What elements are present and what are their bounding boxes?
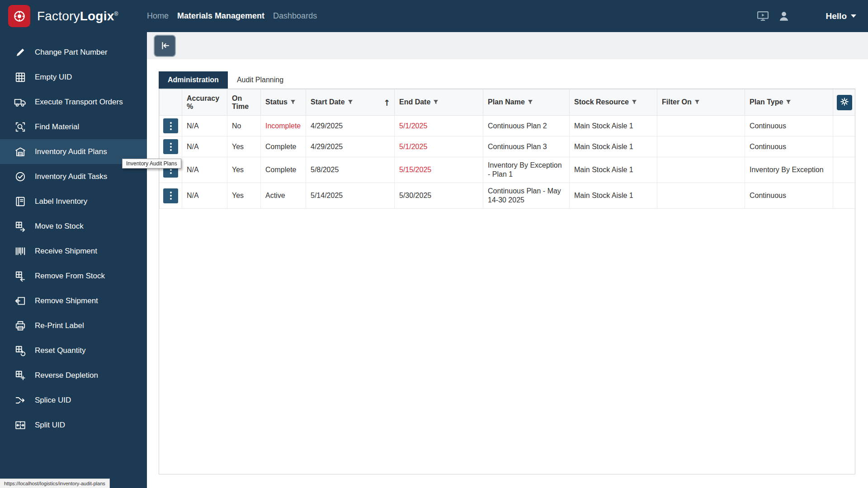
topbar: FactoryLogix® HomeMaterials ManagementDa… (0, 0, 868, 32)
sidebar-item-receive-shipment[interactable]: Receive Shipment (0, 239, 147, 263)
row-menu-button[interactable] (163, 139, 178, 154)
monitor-icon[interactable] (757, 10, 769, 22)
sidebar-item-splice-uid[interactable]: Splice UID (0, 388, 147, 413)
column-header-on-time[interactable]: On Time (227, 89, 261, 116)
column-header-filter-on[interactable]: Filter On (657, 89, 745, 116)
column-label: On Time (232, 94, 249, 110)
app-shell: Change Part NumberEmpty UIDExecute Trans… (0, 32, 868, 488)
sidebar-item-reset-quantity[interactable]: Reset Quantity (0, 338, 147, 363)
edit-clipboard-icon (14, 46, 27, 59)
sidebar-item-label-inventory[interactable]: Label Inventory (0, 189, 147, 214)
end-date-cell: 5/30/2025 (395, 183, 483, 209)
row-actions-cell (160, 116, 182, 136)
topbar-icons (757, 10, 790, 22)
table-panel: Accuracy %On TimeStatusStart Date↑End Da… (159, 89, 855, 474)
tab-administration[interactable]: Administration (159, 71, 228, 89)
content-area: AdministrationAudit Planning Accuracy %O… (147, 59, 868, 488)
collapse-back-button[interactable] (154, 35, 176, 57)
column-settings-button[interactable] (837, 95, 852, 110)
plan-type-cell: Continuous (745, 136, 833, 157)
filter-on-cell (657, 183, 745, 209)
status-cell: Complete (261, 157, 306, 183)
column-header-status[interactable]: Status (261, 89, 306, 116)
sidebar-item-move-to-stock[interactable]: Move to Stock (0, 214, 147, 239)
chevron-down-icon (851, 14, 856, 18)
row-menu-button[interactable] (163, 118, 178, 133)
vertical-ellipsis-icon (170, 195, 172, 197)
end-date-cell: 5/1/2025 (395, 136, 483, 157)
column-label: Start Date (311, 98, 345, 106)
filter-icon[interactable] (290, 99, 296, 107)
audit-plans-icon (14, 145, 27, 159)
column-header-plan-name[interactable]: Plan Name (483, 89, 570, 116)
sidebar-item-reverse-depletion[interactable]: Reverse Depletion (0, 363, 147, 388)
sidebar-item-split-uid[interactable]: Split UID (0, 413, 147, 437)
start-date-cell: 4/29/2025 (306, 136, 395, 157)
sidebar-item-find-material[interactable]: Find Material (0, 114, 147, 139)
nav-item-dashboards[interactable]: Dashboards (273, 11, 317, 21)
accuracy-cell: N/A (182, 116, 227, 136)
sidebar-item-label: Execute Transport Orders (35, 98, 123, 107)
sidebar-item-empty-uid[interactable]: Empty UID (0, 65, 147, 89)
sort-ascending-icon[interactable]: ↑ (383, 98, 390, 107)
end-date-cell: 5/15/2025 (395, 157, 483, 183)
filter-icon[interactable] (348, 99, 353, 107)
stock-resource-cell: Main Stock Aisle 1 (570, 116, 657, 136)
reverse-depletion-icon (14, 369, 27, 382)
filter-icon[interactable] (528, 99, 533, 107)
sidebar-item-label: Remove From Stock (35, 272, 105, 281)
plan-type-cell: Inventory By Exception (745, 157, 833, 183)
filter-icon[interactable] (786, 99, 791, 107)
sidebar-item-label: Splice UID (35, 396, 71, 405)
nav-item-home[interactable]: Home (147, 11, 169, 21)
row-menu-button[interactable] (163, 188, 178, 203)
sidebar-item-label: Re-Print Label (35, 321, 84, 330)
sidebar-item-change-part-number[interactable]: Change Part Number (0, 40, 147, 65)
sidebar-item-execute-transport-orders[interactable]: Execute Transport Orders (0, 89, 147, 114)
sidebar-item-remove-shipment[interactable]: Remove Shipment (0, 288, 147, 313)
sidebar-item-label: Empty UID (35, 73, 72, 82)
stock-resource-cell: Main Stock Aisle 1 (570, 157, 657, 183)
sidebar: Change Part NumberEmpty UIDExecute Trans… (0, 32, 147, 488)
column-label: Filter On (662, 98, 692, 106)
row-settings-cell (833, 116, 856, 136)
sidebar-item-label: Label Inventory (35, 197, 87, 206)
column-header-end-date[interactable]: End Date (395, 89, 483, 116)
filter-on-cell (657, 157, 745, 183)
topbar-right: Hello (757, 10, 868, 22)
status-cell: Incomplete (261, 116, 306, 136)
user-menu[interactable]: Hello (826, 11, 856, 21)
audit-plans-table: Accuracy %On TimeStatusStart Date↑End Da… (159, 89, 855, 209)
column-header-stock-resource[interactable]: Stock Resource (570, 89, 657, 116)
sidebar-item-label: Receive Shipment (35, 247, 97, 256)
brand: FactoryLogix® (0, 5, 147, 27)
filter-icon[interactable] (632, 99, 637, 107)
column-header-accuracy[interactable]: Accuracy % (182, 89, 227, 116)
table-row: N/AYesComplete5/8/20255/15/2025Inventory… (160, 157, 856, 183)
gear-icon (840, 97, 849, 108)
plan-name-cell: Continuous Plan - May 14-30 2025 (483, 183, 570, 209)
vertical-ellipsis-icon (170, 146, 172, 148)
table-header-row: Accuracy %On TimeStatusStart Date↑End Da… (160, 89, 856, 116)
label-icon (14, 195, 27, 208)
sidebar-item-re-print-label[interactable]: Re-Print Label (0, 313, 147, 338)
column-label: End Date (399, 98, 430, 106)
sidebar-item-remove-from-stock[interactable]: Remove From Stock (0, 263, 147, 288)
filter-icon[interactable] (433, 99, 439, 107)
column-header-plan-type[interactable]: Plan Type (745, 89, 833, 116)
sidebar-item-label: Reverse Depletion (35, 371, 98, 380)
toolbar (147, 32, 868, 59)
nav-item-materials-management[interactable]: Materials Management (177, 11, 264, 21)
tab-bar: AdministrationAudit Planning (159, 71, 855, 89)
brand-bold: Logix (80, 9, 114, 23)
row-settings-cell (833, 183, 856, 209)
start-date-cell: 5/14/2025 (306, 183, 395, 209)
column-label: Plan Type (750, 98, 783, 106)
brand-regular: Factory (37, 9, 80, 23)
row-settings-cell (833, 136, 856, 157)
search-box-icon (14, 120, 27, 134)
column-header-start-date[interactable]: Start Date↑ (306, 89, 395, 116)
filter-icon[interactable] (694, 99, 700, 107)
tab-audit-planning[interactable]: Audit Planning (228, 71, 292, 89)
user-icon[interactable] (778, 10, 790, 22)
